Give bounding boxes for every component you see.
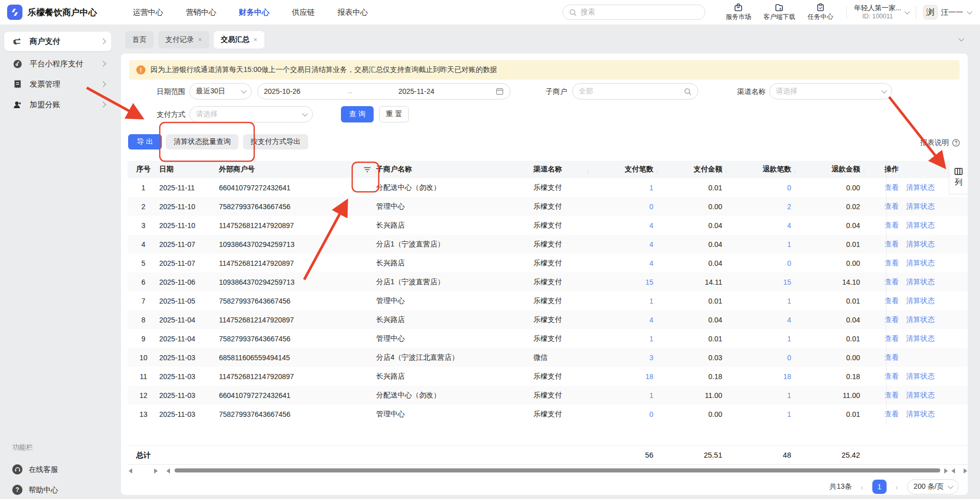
menu-reports[interactable]: 报表中心 [337,8,368,17]
pay-method-select[interactable]: 请选择 [189,106,313,122]
menu-supply-chain[interactable]: 供应链 [292,8,315,17]
scroll-left-icon[interactable] [951,468,955,473]
global-search-input[interactable]: 搜索 [562,5,705,20]
action-settle-status[interactable]: 清算状态 [906,391,935,399]
scroll-right-icon[interactable] [964,468,967,473]
cell-refund-amount: 0.01 [795,297,864,305]
main-menu: 运营中心 营销中心 财务中心 供应链 报表中心 [133,8,368,17]
action-settle-status[interactable]: 清算状态 [906,372,935,380]
menu-finance[interactable]: 财务中心 [239,8,270,17]
date-preset-select[interactable]: 最近30日 [189,83,252,99]
column-settings-toggle[interactable]: 列 [949,161,968,194]
cell-index: 3 [128,221,159,230]
cell-pay-count: 1 [589,335,657,343]
function-bar-label: 功能栏 [12,443,33,452]
quick-link-service-market[interactable]: 服务市场 [726,3,751,21]
cell-index: 1 [128,184,159,192]
cell-index: 9 [128,335,159,343]
action-settle-status[interactable]: 清算状态 [906,259,935,267]
cell-sub-merchant: 管理中心 [376,410,533,419]
export-button[interactable]: 导 出 [128,134,162,149]
channel-select[interactable]: 请选择 [769,83,892,99]
action-view[interactable]: 查看 [885,296,899,305]
sidebar-item-miniprogram-pay[interactable]: 平台小程序支付 [4,54,111,73]
reset-button[interactable]: 重 置 [379,106,409,122]
action-settle-status[interactable]: 清算状态 [906,278,935,286]
cell-refund-amount: 11.00 [795,391,864,400]
action-view[interactable]: 查看 [885,259,899,267]
sidebar-item-label: 发票管理 [30,80,101,89]
channel-label: 渠道名称 [730,83,766,99]
action-view[interactable]: 查看 [885,410,899,418]
column-filter-icon[interactable] [363,166,371,173]
export-by-pay-method-button[interactable]: 按支付方式导出 [243,134,308,149]
user-menu[interactable]: 浏 汪一一 [923,5,971,19]
action-settle-status[interactable]: 清算状态 [906,296,935,305]
settlement-batch-query-button[interactable]: 清算状态批量查询 [166,134,238,149]
fixed-column-divider [886,161,887,425]
scrollbar-thumb[interactable] [175,468,940,472]
action-view[interactable]: 查看 [885,183,899,191]
chevron-right-icon [100,102,106,107]
sidebar-item-label: 商户支付 [30,37,101,46]
table-row: 112025-11-031147526812147920897长兴路店乐檬支付1… [128,367,968,386]
scroll-left-icon[interactable] [166,468,170,473]
tab-transaction-summary[interactable]: 交易汇总× [214,31,265,48]
cell-date: 2025-11-06 [159,278,219,286]
cell-actions: 查看清算状态 [879,334,950,343]
prev-page-icon[interactable]: ‹ [858,483,866,491]
cell-sub-merchant: 长兴路店 [376,315,533,325]
sub-merchant-input[interactable]: 全部 [572,83,698,99]
scroll-right-icon[interactable] [944,468,948,473]
merchant-switcher[interactable]: 年轻人第一家... ID: 100011 [854,4,908,21]
menu-marketing[interactable]: 营销中心 [186,8,216,17]
query-button[interactable]: 查 询 [341,106,374,122]
menu-operations[interactable]: 运营中心 [133,8,163,17]
sidebar-item-merchant-pay[interactable]: $ 商户支付 [4,32,111,51]
action-view[interactable]: 查看 [885,221,899,229]
tab-payment-records[interactable]: 支付记录× [158,31,209,48]
sidebar-item-help-center[interactable]: ? 帮助中心 [12,484,58,496]
action-view[interactable]: 查看 [885,315,899,323]
action-settle-status[interactable]: 清算状态 [906,221,935,229]
action-view[interactable]: 查看 [885,202,899,210]
action-settle-status[interactable]: 清算状态 [906,202,935,210]
next-page-icon[interactable]: › [893,483,901,491]
page-size-select[interactable]: 200 条/页 [907,479,959,494]
page-number-button[interactable]: 1 [872,480,887,494]
close-icon[interactable]: × [198,36,202,43]
date-range-input[interactable]: 2025-10-26 → 2025-11-24 [257,83,510,99]
quick-link-task-center[interactable]: 任务中心 [807,3,833,21]
columns-grid-icon [954,168,963,175]
tabs-overflow-chevron-icon[interactable] [959,35,963,43]
date-end-value: 2025-11-24 [398,87,434,95]
action-settle-status[interactable]: 清算状态 [906,183,935,191]
action-view[interactable]: 查看 [885,334,899,342]
action-view[interactable]: 查看 [885,391,899,399]
action-settle-status[interactable]: 清算状态 [906,334,935,342]
action-view[interactable]: 查看 [885,240,899,248]
close-icon[interactable]: × [254,36,258,43]
action-view[interactable]: 查看 [885,278,899,286]
scroll-left-icon[interactable] [129,468,132,473]
action-view[interactable]: 查看 [885,353,899,361]
report-help-link[interactable]: 报表说明 [920,138,960,147]
cell-sub-merchant: 管理中心 [376,202,533,211]
action-view[interactable]: 查看 [885,372,899,380]
cell-actions: 查看清算状态 [879,202,950,211]
action-settle-status[interactable]: 清算状态 [906,315,935,323]
action-settle-status[interactable]: 清算状态 [906,240,935,248]
quick-link-client-download[interactable]: 客户端下载 [764,3,796,21]
sidebar-item-label: 加盟分账 [30,100,101,110]
cell-ext-merchant-no: 660410797272432641 [219,391,376,400]
action-settle-status[interactable]: 清算状态 [906,410,935,418]
scroll-right-icon[interactable] [154,468,158,473]
sidebar-item-split-account[interactable]: 加盟分账 [4,95,111,114]
horizontal-scrollbar[interactable] [128,468,968,473]
cell-pay-amount: 0.01 [657,297,726,305]
sidebar-item-invoice[interactable]: 发票管理 [4,74,111,94]
search-placeholder: 搜索 [581,8,595,17]
cell-sub-merchant: 长兴路店 [376,372,533,381]
tab-home[interactable]: 首页 [125,31,154,48]
sidebar-item-online-service[interactable]: 在线客服 [12,463,58,476]
